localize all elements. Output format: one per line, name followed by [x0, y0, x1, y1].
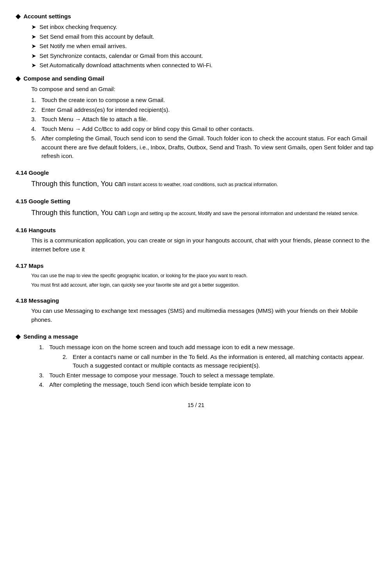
- hangouts-para: This is a communication application, you…: [31, 237, 369, 253]
- send-num-3: 3.: [39, 371, 47, 380]
- compose-step-3: 3. Touch Menu → Attach file to attach a …: [31, 115, 376, 124]
- compose-step-4: 4. Touch Menu → Add Cc/Bcc to add copy o…: [31, 125, 376, 134]
- step-num-1: 1.: [31, 96, 39, 105]
- send-num-1: 1.: [39, 343, 47, 352]
- section-417-body: You can use the map to view the specific…: [16, 272, 376, 289]
- step-num-2: 2.: [31, 106, 39, 115]
- maps-line2: You must first add account, after login,…: [31, 282, 376, 289]
- arrow-icon-5: ➤: [31, 61, 36, 70]
- section-416-body: This is a communication application, you…: [16, 236, 376, 254]
- send-step-3: 3. Touch Enter message to compose your m…: [39, 371, 376, 380]
- send-step-3-text: Touch Enter message to compose your mess…: [49, 371, 275, 380]
- section-415-body: Through this function, You can Login and…: [16, 208, 376, 218]
- step-num-3: 3.: [31, 115, 39, 124]
- send-step-1: 1. Touch message icon on the home screen…: [39, 343, 376, 352]
- compose-gmail-body: To compose and send an Gmail: 1. Touch t…: [16, 85, 376, 161]
- diamond-icon-3: ◆: [16, 332, 20, 341]
- compose-step-5: 5. After completing the Gmail, Touch sen…: [31, 134, 376, 161]
- step-num-4: 4.: [31, 125, 39, 134]
- arrow-icon-1: ➤: [31, 23, 36, 32]
- account-item-5-text: Set Automatically download attachments w…: [39, 61, 213, 70]
- diamond-icon-2: ◆: [16, 74, 20, 83]
- sending-message-header: ◆ Sending a message: [16, 332, 376, 341]
- step-num-5: 5.: [31, 134, 39, 161]
- section-414: 4.14 Google Through this function, You c…: [16, 169, 376, 190]
- account-settings-header: ◆ Account settings: [16, 12, 376, 21]
- sending-message-title: Sending a message: [23, 332, 78, 341]
- send-step-2-text: Enter a contact's name or call number in…: [73, 353, 376, 370]
- section-416: 4.16 Hangouts This is a communication ap…: [16, 226, 376, 254]
- page-number: 15 / 21: [16, 401, 376, 409]
- compose-step-5-text: After completing the Gmail, Touch send i…: [41, 134, 376, 161]
- section-417-title: 4.17 Maps: [16, 262, 376, 271]
- account-item-3: ➤ Set Notify me when email arrives.: [31, 42, 376, 51]
- send-step-4: 4. After completing the message, touch S…: [39, 380, 376, 389]
- send-num-4: 4.: [39, 380, 47, 389]
- compose-gmail-section: ◆ Compose and sending Gmail To compose a…: [16, 74, 376, 161]
- send-num-2: 2.: [63, 353, 70, 370]
- google-small-text: instant access to weather, road conditio…: [127, 182, 278, 187]
- section-418-title: 4.18 Messaging: [16, 296, 376, 305]
- sending-message-section: ◆ Sending a message 1. Touch message ico…: [16, 332, 376, 389]
- arrow-icon-2: ➤: [31, 32, 36, 41]
- account-item-2-text: Set Send email from this account by defa…: [39, 32, 154, 41]
- compose-step-2: 2. Enter Gmail address(es) for intended …: [31, 106, 376, 115]
- send-step-4-text: After completing the message, touch Send…: [49, 380, 251, 389]
- arrow-icon-4: ➤: [31, 52, 36, 61]
- section-417: 4.17 Maps You can use the map to view th…: [16, 262, 376, 289]
- send-step-1-text: Touch message icon on the home screen an…: [49, 343, 295, 352]
- diamond-icon: ◆: [16, 12, 20, 21]
- sending-message-body: 1. Touch message icon on the home screen…: [16, 343, 376, 389]
- account-settings-section: ◆ Account settings ➤ Set inbox checking …: [16, 12, 376, 70]
- google-setting-small-text: Login and setting up the account, Modify…: [127, 211, 358, 216]
- account-item-5: ➤ Set Automatically download attachments…: [31, 61, 376, 70]
- account-settings-items: ➤ Set inbox checking frequency. ➤ Set Se…: [16, 23, 376, 70]
- account-item-1: ➤ Set inbox checking frequency.: [31, 23, 376, 32]
- account-item-1-text: Set inbox checking frequency.: [39, 23, 117, 32]
- maps-line1: You can use the map to view the specific…: [31, 272, 376, 279]
- compose-step-1-text: Touch the create icon to compose a new G…: [41, 96, 165, 105]
- account-item-4-text: Set Synchronize contacts, calendar or Gm…: [39, 52, 203, 61]
- section-418-body: You can use Messaging to exchange text m…: [16, 307, 376, 324]
- account-item-2: ➤ Set Send email from this account by de…: [31, 32, 376, 41]
- google-big-text: Through this function, You can: [31, 180, 126, 188]
- messaging-para: You can use Messaging to exchange text m…: [31, 307, 376, 324]
- compose-intro: To compose and send an Gmail:: [31, 85, 376, 94]
- section-415-title: 4.15 Google Setting: [16, 197, 376, 206]
- compose-step-4-text: Touch Menu → Add Cc/Bcc to add copy or b…: [41, 125, 254, 134]
- compose-gmail-title: Compose and sending Gmail: [23, 74, 104, 83]
- account-item-4: ➤ Set Synchronize contacts, calendar or …: [31, 52, 376, 61]
- compose-step-3-text: Touch Menu → Attach file to attach a fil…: [41, 115, 148, 124]
- account-settings-title: Account settings: [23, 12, 71, 21]
- compose-step-2-text: Enter Gmail address(es) for intended rec…: [41, 106, 170, 115]
- send-step-2: 2. Enter a contact's name or call number…: [39, 353, 376, 370]
- google-setting-big-text: Through this function, You can: [31, 209, 126, 217]
- account-item-3-text: Set Notify me when email arrives.: [39, 42, 127, 51]
- section-414-body: Through this function, You can instant a…: [16, 179, 376, 189]
- section-414-title: 4.14 Google: [16, 169, 376, 178]
- section-416-title: 4.16 Hangouts: [16, 226, 376, 235]
- compose-gmail-header: ◆ Compose and sending Gmail: [16, 74, 376, 83]
- arrow-icon-3: ➤: [31, 42, 36, 51]
- section-415: 4.15 Google Setting Through this functio…: [16, 197, 376, 218]
- section-418: 4.18 Messaging You can use Messaging to …: [16, 296, 376, 325]
- compose-step-1: 1. Touch the create icon to compose a ne…: [31, 96, 376, 105]
